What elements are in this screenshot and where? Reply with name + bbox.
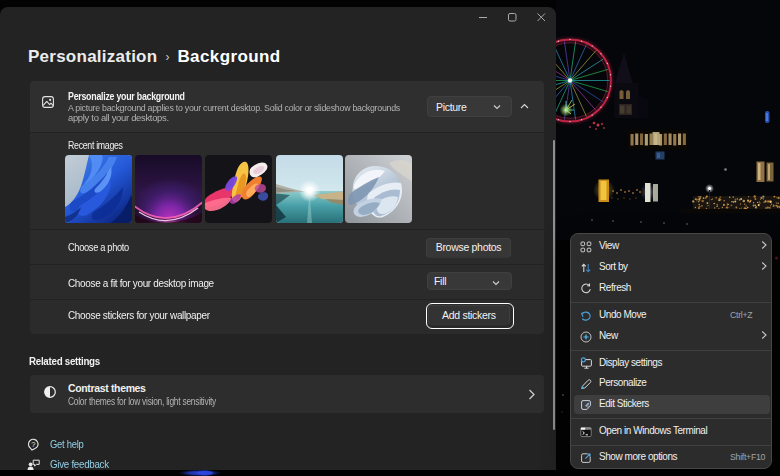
svg-text:?: ? bbox=[31, 440, 35, 449]
